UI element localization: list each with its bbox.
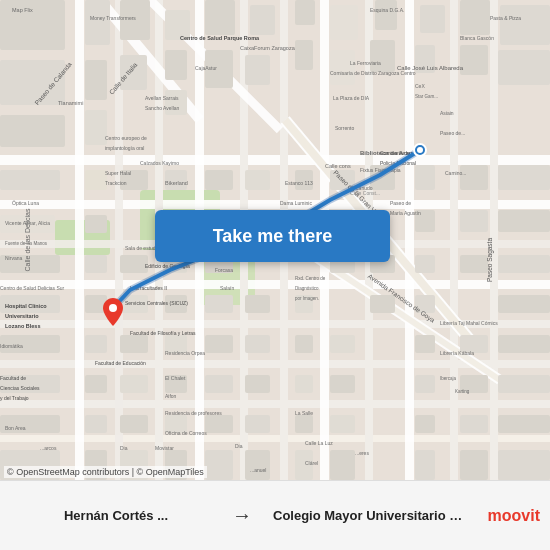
arrow-icon: → xyxy=(228,504,256,527)
svg-rect-93 xyxy=(370,295,395,313)
route-from: Hernán Cortés ... xyxy=(10,508,222,523)
svg-rect-33 xyxy=(205,0,235,35)
route-from-label: Hernán Cortés ... xyxy=(64,508,168,523)
svg-rect-46 xyxy=(165,50,187,80)
svg-text:Bikerland: Bikerland xyxy=(165,180,188,186)
svg-rect-39 xyxy=(460,0,490,35)
svg-text:Tlanamimi: Tlanamimi xyxy=(58,100,83,106)
svg-text:Star Gam...: Star Gam... xyxy=(415,94,438,99)
svg-text:Facultad de: Facultad de xyxy=(0,375,26,381)
moovit-logo: moovit xyxy=(480,507,540,525)
svg-text:...arcos: ...arcos xyxy=(40,445,57,451)
svg-text:Esquina D.G.A.: Esquina D.G.A. xyxy=(370,7,404,13)
svg-text:El Chalet: El Chalet xyxy=(165,375,186,381)
svg-text:Centro de Salud Delicias Sur: Centro de Salud Delicias Sur xyxy=(0,285,65,291)
svg-text:Bon Area: Bon Area xyxy=(5,425,26,431)
svg-rect-61 xyxy=(245,170,270,190)
svg-text:Sorrento: Sorrento xyxy=(335,125,354,131)
svg-rect-120 xyxy=(120,415,148,433)
svg-rect-85 xyxy=(498,255,550,273)
svg-rect-54 xyxy=(460,45,488,75)
svg-text:CaixaForum Zaragoza: CaixaForum Zaragoza xyxy=(240,45,296,51)
svg-rect-124 xyxy=(295,415,313,433)
svg-rect-125 xyxy=(330,415,355,433)
route-to-label: Colegio Mayor Universitario Pedr... xyxy=(273,508,463,523)
svg-rect-133 xyxy=(205,450,233,480)
svg-point-233 xyxy=(417,147,423,153)
svg-rect-102 xyxy=(295,335,313,353)
svg-rect-106 xyxy=(498,335,550,353)
svg-text:Rxd. Centro de: Rxd. Centro de xyxy=(295,276,326,281)
bottom-bar: Hernán Cortés ... → Colegio Mayor Univer… xyxy=(0,480,550,550)
svg-rect-21 xyxy=(450,0,458,480)
svg-text:Camino...: Camino... xyxy=(445,170,466,176)
take-me-there-button[interactable]: Take me there xyxy=(155,210,390,262)
svg-rect-30 xyxy=(85,0,110,45)
svg-text:Blanca Gascón: Blanca Gascón xyxy=(460,35,494,41)
svg-text:Hospital Clínico: Hospital Clínico xyxy=(5,303,47,309)
svg-text:Trackcion: Trackcion xyxy=(105,180,127,186)
svg-rect-38 xyxy=(420,5,445,33)
svg-rect-37 xyxy=(375,0,397,30)
svg-text:Avellan Sarrais: Avellan Sarrais xyxy=(145,95,179,101)
svg-rect-49 xyxy=(245,55,270,85)
svg-rect-51 xyxy=(330,50,355,85)
svg-text:Facultad de Filosofía y Letras: Facultad de Filosofía y Letras xyxy=(130,330,196,336)
svg-text:La Salle: La Salle xyxy=(295,410,313,416)
svg-rect-138 xyxy=(460,450,488,480)
svg-rect-123 xyxy=(245,415,270,433)
svg-rect-134 xyxy=(245,450,270,480)
svg-rect-104 xyxy=(415,335,435,353)
svg-text:Oficina de Correos: Oficina de Correos xyxy=(165,430,207,436)
svg-text:Aifon: Aifon xyxy=(165,393,177,399)
svg-text:CeX: CeX xyxy=(415,83,425,89)
svg-rect-42 xyxy=(85,60,107,100)
svg-text:Lozano Bless: Lozano Bless xyxy=(5,323,40,329)
svg-text:Calle de las Delicias: Calle de las Delicias xyxy=(24,208,31,272)
svg-text:Ciencias Sociales: Ciencias Sociales xyxy=(0,385,40,391)
svg-text:Salaín: Salaín xyxy=(220,285,234,291)
svg-text:por Imagen.: por Imagen. xyxy=(295,296,319,301)
svg-rect-114 xyxy=(330,375,355,393)
svg-text:Paseo Sagasta: Paseo Sagasta xyxy=(486,238,494,282)
svg-rect-43 xyxy=(85,110,107,145)
svg-text:Paseo de...: Paseo de... xyxy=(440,130,465,136)
svg-rect-126 xyxy=(415,415,435,433)
svg-text:Centro de Salud Parque Roma: Centro de Salud Parque Roma xyxy=(180,35,260,41)
svg-rect-75 xyxy=(498,210,550,232)
svg-rect-83 xyxy=(415,255,435,273)
svg-rect-47 xyxy=(165,90,187,115)
svg-text:Estanco 113: Estanco 113 xyxy=(285,180,313,186)
svg-text:Sancho Avellan: Sancho Avellan xyxy=(145,105,180,111)
svg-rect-137 xyxy=(415,450,435,480)
svg-text:Calzados Kayimo: Calzados Kayimo xyxy=(140,160,179,166)
svg-text:Servicios Centrales (SICUZ): Servicios Centrales (SICUZ) xyxy=(125,300,188,306)
svg-rect-12 xyxy=(75,0,84,480)
svg-rect-127 xyxy=(460,415,488,433)
svg-text:Karting: Karting xyxy=(455,389,470,394)
svg-rect-56 xyxy=(0,170,60,190)
svg-rect-35 xyxy=(295,0,315,25)
svg-rect-128 xyxy=(498,415,550,433)
map-attribution: © OpenStreetMap contributors | © OpenMap… xyxy=(4,466,207,478)
svg-rect-119 xyxy=(85,415,107,433)
svg-rect-100 xyxy=(205,335,233,353)
svg-text:Comisaría de Distrito Zaragoza: Comisaría de Distrito Zaragoza Centro xyxy=(330,70,416,76)
svg-rect-98 xyxy=(120,335,148,353)
svg-text:Money Transformers: Money Transformers xyxy=(90,15,136,21)
svg-text:Vicente Aznar, Alicia: Vicente Aznar, Alicia xyxy=(5,220,50,226)
svg-rect-101 xyxy=(245,335,270,353)
svg-rect-90 xyxy=(205,295,233,313)
svg-rect-52 xyxy=(370,40,395,72)
svg-rect-55 xyxy=(498,50,550,85)
svg-rect-103 xyxy=(330,335,355,353)
svg-text:Asiain: Asiain xyxy=(440,110,454,116)
svg-rect-65 xyxy=(415,165,435,190)
svg-rect-36 xyxy=(330,5,358,40)
svg-text:CajaAstur: CajaAstur xyxy=(195,65,217,71)
svg-rect-112 xyxy=(245,375,270,393)
svg-rect-78 xyxy=(120,255,148,273)
svg-text:Pasta & Pizza: Pasta & Pizza xyxy=(490,15,521,21)
svg-rect-66 xyxy=(460,165,488,190)
svg-text:Residencia de profesores: Residencia de profesores xyxy=(165,410,222,416)
